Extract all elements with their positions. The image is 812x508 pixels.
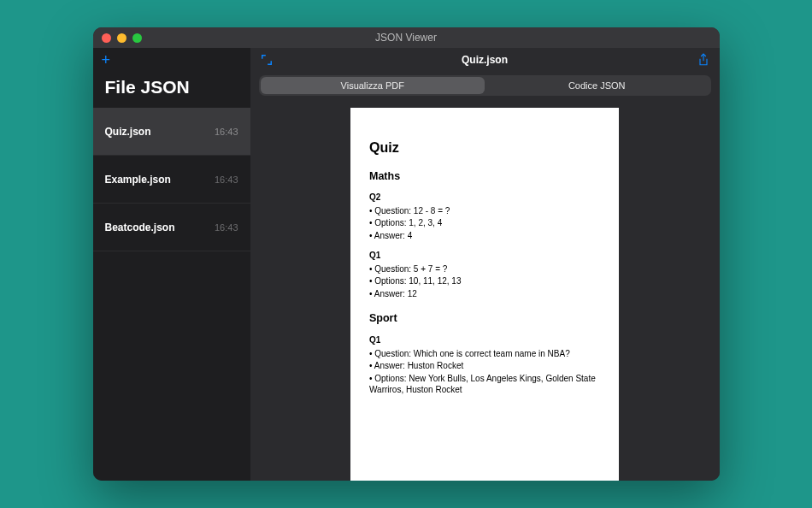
doc-subheading: Maths [369,169,600,184]
doc-line: • Question: 5 + 7 = ? [369,263,600,275]
document-page: Quiz Maths Q2 • Question: 12 - 8 = ? • O… [350,108,619,481]
minimize-button[interactable] [117,33,127,43]
doc-block: Q1 • Question: 5 + 7 = ? • Options: 10, … [369,250,600,299]
file-item-beatcode[interactable]: Beatcode.json 16:43 [93,204,250,251]
expand-icon[interactable] [261,54,273,66]
doc-item-label: Q1 [369,334,600,346]
file-item-example[interactable]: Example.json 16:43 [93,156,250,204]
main-header: Quiz.json [250,48,720,72]
content-area: + File JSON Quiz.json 16:43 Example.json… [93,48,720,481]
tab-pdf-view[interactable]: Visualizza PDF [261,77,485,94]
doc-line: • Options: New York Bulls, Los Angeles K… [369,373,600,396]
file-list: Quiz.json 16:43 Example.json 16:43 Beatc… [93,108,250,251]
sidebar-toolbar: + [93,48,250,72]
file-name: Quiz.json [105,126,151,138]
file-time: 16:43 [215,174,238,185]
doc-line: • Answer: 4 [369,230,600,242]
file-item-quiz[interactable]: Quiz.json 16:43 [93,108,250,156]
doc-line: • Answer: 12 [369,288,600,300]
file-name: Beatcode.json [105,222,175,233]
share-icon[interactable] [697,53,709,67]
app-window: JSON Viewer + File JSON Quiz.json 16:43 … [93,27,720,481]
doc-item-label: Q1 [369,250,600,262]
doc-section-maths: Maths Q2 • Question: 12 - 8 = ? • Option… [369,169,600,300]
file-name: Example.json [105,174,171,186]
sidebar: + File JSON Quiz.json 16:43 Example.json… [93,48,250,481]
doc-line: • Question: 12 - 8 = ? [369,205,600,217]
doc-block: Q2 • Question: 12 - 8 = ? • Options: 1, … [369,192,600,241]
main-panel: Quiz.json Visualizza PDF Codice JSON Qui… [250,48,720,481]
view-tabs: Visualizza PDF Codice JSON [259,75,711,96]
doc-subheading: Sport [369,311,600,326]
document-container[interactable]: Quiz Maths Q2 • Question: 12 - 8 = ? • O… [250,103,720,481]
close-button[interactable] [102,33,111,43]
doc-line: • Question: Which one is correct team na… [369,348,600,360]
doc-section-sport: Sport Q1 • Question: Which one is correc… [369,311,600,395]
tab-json-code[interactable]: Codice JSON [485,77,709,94]
doc-line: • Options: 1, 2, 3, 4 [369,217,600,229]
doc-item-label: Q2 [369,192,600,204]
document-title: Quiz.json [250,54,720,66]
file-time: 16:43 [215,127,238,137]
doc-line: • Options: 10, 11, 12, 13 [369,275,600,287]
maximize-button[interactable] [132,33,142,43]
doc-line: • Answer: Huston Rocket [369,360,600,372]
add-file-button[interactable]: + [102,52,111,68]
traffic-lights [93,33,142,43]
doc-block: Q1 • Question: Which one is correct team… [369,334,600,396]
doc-heading: Quiz [369,139,600,157]
titlebar: JSON Viewer [93,27,720,48]
window-title: JSON Viewer [93,32,720,44]
sidebar-title: File JSON [93,72,250,108]
file-time: 16:43 [215,222,238,233]
